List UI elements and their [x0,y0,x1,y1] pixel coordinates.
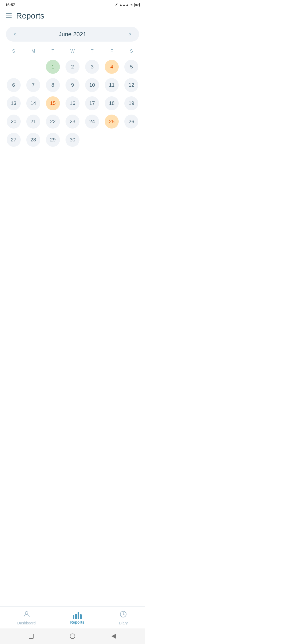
day-number [105,133,119,147]
day-cell: 20 [4,113,23,130]
day-cell [82,131,102,148]
day-cell: 13 [4,95,23,112]
day-cell: 29 [43,131,63,148]
day-number[interactable]: 21 [26,115,40,129]
day-number[interactable]: 30 [66,133,79,147]
day-cell: 24 [82,113,102,130]
day-header: S [122,47,141,56]
day-number[interactable]: 22 [46,115,60,129]
day-cell: 6 [4,76,23,94]
day-number[interactable]: 24 [85,115,99,129]
day-number[interactable]: 18 [105,96,119,110]
day-cell: 10 [82,76,102,94]
day-cell: 27 [4,131,23,148]
day-cell: 21 [23,113,43,130]
day-number [26,60,40,74]
battery-indicator: 99 [134,3,140,7]
day-cell: 9 [63,76,82,94]
day-cell: 15 [43,95,63,112]
day-header: W [63,47,82,56]
day-number[interactable]: 6 [7,78,21,92]
day-number[interactable]: 5 [124,60,138,74]
day-number[interactable]: 29 [46,133,60,147]
day-number[interactable]: 11 [105,78,119,92]
day-number[interactable]: 27 [7,133,21,147]
day-number[interactable]: 15 [46,96,60,110]
day-number[interactable]: 12 [124,78,138,92]
day-number[interactable]: 9 [66,78,79,92]
day-number[interactable]: 26 [124,115,138,129]
day-number[interactable]: 14 [26,96,40,110]
day-grid: 1234567891011121314151617181920212223242… [4,58,141,148]
day-number[interactable]: 19 [124,96,138,110]
bluetooth-icon: ✗ [115,3,118,7]
day-number[interactable]: 23 [66,115,79,129]
day-header: T [43,47,63,56]
day-number[interactable]: 1 [46,60,60,74]
day-cell: 23 [63,113,82,130]
day-cell: 26 [122,113,141,130]
status-right: ✗ ▲▲▲ ∿ 99 [115,3,140,7]
next-month-button[interactable]: > [126,31,134,38]
day-cell: 7 [23,76,43,94]
month-nav: < June 2021 > [6,27,139,42]
day-number[interactable]: 25 [105,115,119,129]
day-number[interactable]: 13 [7,96,21,110]
day-cell: 14 [23,95,43,112]
day-number[interactable]: 4 [105,60,119,74]
status-bar: 16:57 ✗ ▲▲▲ ∿ 99 [0,0,145,9]
day-number[interactable]: 28 [26,133,40,147]
calendar: SMTWTFS 12345678910111213141516171819202… [0,47,145,148]
day-cell: 12 [122,76,141,94]
day-cell [4,58,23,75]
day-cell [122,131,141,148]
day-cell: 2 [63,58,82,75]
signal-icon: ▲▲▲ [119,3,129,7]
day-header: M [23,47,43,56]
day-cell: 17 [82,95,102,112]
day-number [85,133,99,147]
menu-button[interactable] [6,13,12,18]
day-cell [102,131,122,148]
day-cell: 16 [63,95,82,112]
status-time: 16:57 [5,3,15,7]
day-number[interactable]: 7 [26,78,40,92]
wifi-icon: ∿ [130,3,133,7]
day-cell: 30 [63,131,82,148]
prev-month-button[interactable]: < [11,31,19,38]
day-number [124,133,138,147]
day-cell: 4 [102,58,122,75]
page-title: Reports [16,11,44,20]
day-cell: 22 [43,113,63,130]
day-number[interactable]: 3 [85,60,99,74]
day-cell: 11 [102,76,122,94]
day-cell: 1 [43,58,63,75]
day-cell: 3 [82,58,102,75]
day-cell: 5 [122,58,141,75]
day-header: T [82,47,102,56]
day-number[interactable]: 2 [66,60,79,74]
day-cell: 25 [102,113,122,130]
day-cell: 19 [122,95,141,112]
month-label: June 2021 [59,31,86,38]
day-number[interactable]: 10 [85,78,99,92]
day-cell: 8 [43,76,63,94]
day-cell [23,58,43,75]
day-cell: 18 [102,95,122,112]
day-number[interactable]: 17 [85,96,99,110]
day-headers: SMTWTFS [4,47,141,56]
day-number [7,60,21,74]
day-cell: 28 [23,131,43,148]
day-number[interactable]: 16 [66,96,79,110]
day-number[interactable]: 20 [7,115,21,129]
day-header: S [4,47,23,56]
day-header: F [102,47,122,56]
day-number[interactable]: 8 [46,78,60,92]
app-header: Reports [0,9,145,25]
